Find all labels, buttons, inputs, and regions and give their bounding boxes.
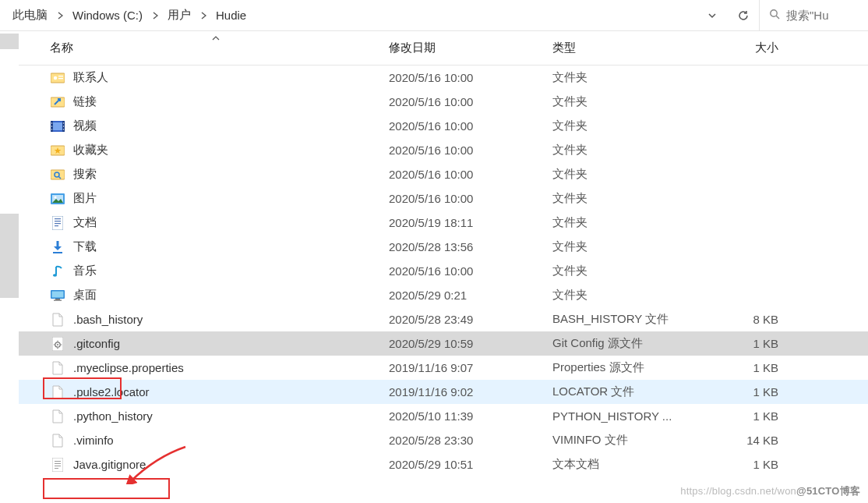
file-name: 桌面 bbox=[73, 288, 97, 303]
column-header-name[interactable]: 名称 bbox=[50, 41, 389, 55]
chevron-right-icon[interactable] bbox=[197, 9, 210, 22]
cell-date: 2020/5/16 10:00 bbox=[389, 264, 552, 278]
cell-date: 2019/11/16 9:02 bbox=[389, 385, 552, 399]
file-row[interactable]: .myeclipse.properties2019/11/16 9:07Prop… bbox=[19, 356, 868, 380]
cell-date: 2020/5/28 23:30 bbox=[389, 434, 552, 447]
breadcrumb[interactable]: 此电脑 Windows (C:) 用户 Hudie bbox=[8, 0, 697, 30]
file-row[interactable]: .gitconfig2020/5/29 10:59Git Config 源文件1… bbox=[19, 331, 868, 356]
cell-name: 视频 bbox=[50, 119, 389, 134]
refresh-button[interactable] bbox=[728, 0, 759, 30]
address-controls bbox=[697, 0, 759, 30]
file-icon bbox=[50, 433, 65, 448]
music-icon bbox=[50, 264, 65, 279]
cell-type: 文件夹 bbox=[552, 215, 708, 230]
file-row[interactable]: .bash_history2020/5/28 23:49BASH_HISTORY… bbox=[19, 307, 868, 331]
videos-icon bbox=[50, 119, 65, 134]
pictures-icon bbox=[50, 191, 65, 207]
cell-name: 图片 bbox=[50, 191, 389, 207]
recent-locations-button[interactable] bbox=[697, 0, 728, 30]
cell-date: 2020/5/28 23:49 bbox=[389, 313, 552, 326]
cell-size: 1 KB bbox=[708, 361, 802, 374]
column-header-size[interactable]: 大小 bbox=[708, 41, 802, 55]
file-name: .pulse2.locator bbox=[73, 385, 150, 399]
svg-rect-34 bbox=[54, 299, 62, 300]
cell-name: .myeclipse.properties bbox=[50, 360, 389, 376]
cell-name: 桌面 bbox=[50, 288, 389, 303]
cell-name: .viminfo bbox=[50, 433, 389, 448]
file-row[interactable]: 音乐2020/5/16 10:00文件夹 bbox=[19, 259, 868, 283]
column-header-date[interactable]: 修改日期 bbox=[389, 41, 552, 55]
breadcrumb-item[interactable]: 此电脑 bbox=[8, 5, 52, 26]
cell-type: 文件夹 bbox=[552, 94, 708, 109]
address-bar: 此电脑 Windows (C:) 用户 Hudie bbox=[0, 0, 868, 31]
cell-date: 2020/5/29 10:51 bbox=[389, 458, 552, 471]
favorites-icon bbox=[50, 143, 65, 158]
svg-rect-29 bbox=[53, 252, 62, 253]
cfg-icon bbox=[50, 336, 65, 352]
breadcrumb-item[interactable]: Hudie bbox=[211, 5, 251, 25]
cell-date: 2020/5/10 11:39 bbox=[389, 409, 552, 423]
txt-icon bbox=[50, 457, 65, 473]
svg-rect-5 bbox=[58, 78, 63, 79]
file-row[interactable]: 图片2020/5/16 10:00文件夹 bbox=[19, 186, 868, 211]
search-input[interactable] bbox=[786, 9, 868, 22]
nav-pane-gutter bbox=[0, 31, 19, 503]
svg-point-30 bbox=[53, 274, 57, 277]
file-name: .viminfo bbox=[73, 434, 114, 447]
contacts-icon bbox=[50, 70, 65, 86]
file-row[interactable]: .pulse2.locator2019/11/16 9:02LOCATOR 文件… bbox=[19, 380, 868, 404]
file-rows: 联系人2020/5/16 10:00文件夹链接2020/5/16 10:00文件… bbox=[19, 66, 868, 476]
cell-name: .bash_history bbox=[50, 312, 389, 328]
svg-rect-8 bbox=[52, 122, 63, 130]
file-row[interactable]: 文档2020/5/19 18:11文件夹 bbox=[19, 211, 868, 235]
cell-name: 文档 bbox=[50, 215, 389, 231]
svg-line-1 bbox=[776, 16, 779, 19]
search-icon bbox=[50, 167, 65, 182]
file-row[interactable]: 下载2020/5/28 13:56文件夹 bbox=[19, 235, 868, 259]
file-row[interactable]: .python_history2020/5/10 11:39PYTHON_HIS… bbox=[19, 404, 868, 428]
svg-point-14 bbox=[63, 122, 64, 123]
cell-size: 1 KB bbox=[708, 409, 802, 423]
file-name: 文档 bbox=[73, 215, 97, 230]
cell-type: 文件夹 bbox=[552, 143, 708, 158]
cell-type: VIMINFO 文件 bbox=[552, 433, 708, 448]
file-row[interactable]: 联系人2020/5/16 10:00文件夹 bbox=[19, 66, 868, 90]
file-icon bbox=[50, 312, 65, 328]
svg-rect-45 bbox=[55, 466, 61, 466]
file-name: 图片 bbox=[73, 191, 97, 206]
column-header-type[interactable]: 类型 bbox=[552, 41, 708, 55]
file-name: 视频 bbox=[73, 119, 97, 133]
breadcrumb-item[interactable]: Windows (C:) bbox=[68, 5, 147, 25]
file-row[interactable]: 搜索2020/5/16 10:00文件夹 bbox=[19, 162, 868, 186]
file-row[interactable]: 收藏夹2020/5/16 10:00文件夹 bbox=[19, 138, 868, 162]
svg-rect-33 bbox=[55, 299, 60, 300]
breadcrumb-item[interactable]: 用户 bbox=[163, 5, 196, 26]
cell-date: 2020/5/19 18:11 bbox=[389, 216, 552, 229]
svg-rect-44 bbox=[55, 463, 61, 464]
file-row[interactable]: .viminfo2020/5/28 23:30VIMINFO 文件14 KB bbox=[19, 428, 868, 452]
documents-icon bbox=[50, 215, 65, 231]
file-list-view: 名称 修改日期 类型 大小 联系人2020/5/16 10:00文件夹链接202… bbox=[19, 31, 868, 503]
file-row[interactable]: 链接2020/5/16 10:00文件夹 bbox=[19, 90, 868, 114]
svg-point-3 bbox=[54, 76, 57, 79]
file-row[interactable]: 视频2020/5/16 10:00文件夹 bbox=[19, 114, 868, 138]
file-name: Java.gitignore bbox=[73, 458, 146, 471]
downloads-icon bbox=[50, 239, 65, 255]
cell-type: Git Config 源文件 bbox=[552, 336, 708, 351]
file-row[interactable]: 桌面2020/5/29 0:21文件夹 bbox=[19, 283, 868, 307]
cell-size: 1 KB bbox=[708, 458, 802, 471]
search-box[interactable] bbox=[759, 0, 868, 30]
svg-rect-42 bbox=[52, 458, 63, 472]
chevron-right-icon[interactable] bbox=[149, 9, 161, 22]
column-header-row: 名称 修改日期 类型 大小 bbox=[19, 31, 868, 66]
file-icon bbox=[50, 409, 65, 424]
file-row[interactable]: Java.gitignore2020/5/29 10:51文本文档1 KB bbox=[19, 452, 868, 476]
scroll-indicator bbox=[0, 214, 19, 298]
file-name: .gitconfig bbox=[73, 337, 120, 350]
cell-name: 联系人 bbox=[50, 70, 389, 86]
file-name: 收藏夹 bbox=[73, 143, 108, 158]
cell-name: 链接 bbox=[50, 94, 389, 110]
chevron-right-icon[interactable] bbox=[54, 9, 66, 22]
cell-name: 下载 bbox=[50, 239, 389, 255]
cell-type: 文件夹 bbox=[552, 119, 708, 133]
